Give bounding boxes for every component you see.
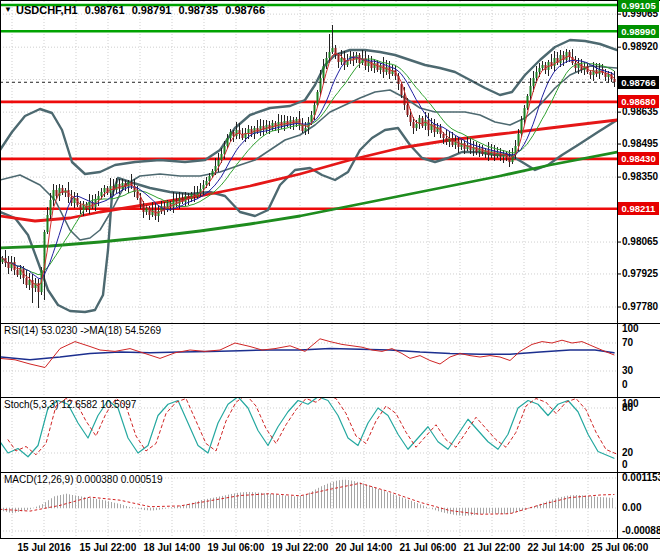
stoch-scale-label: 80 (622, 402, 633, 413)
ohlc-close: 0.98766 (225, 4, 265, 16)
macd-scale-label: 0.00 (622, 502, 641, 513)
bull-candle (179, 198, 181, 204)
bear-candle (410, 115, 412, 122)
bull-candle (212, 171, 214, 176)
rsi-scale-label: 100 (622, 323, 639, 334)
red-level-badge: 0.98680 (618, 95, 659, 108)
bear-candle (413, 122, 415, 128)
bull-candle (101, 192, 103, 196)
bull-candle (203, 185, 205, 189)
bear-candle (338, 55, 340, 62)
bear-candle (26, 278, 28, 285)
symbol-period-label: USDCHF,H1 (16, 4, 78, 16)
bear-candle (371, 61, 373, 68)
bull-candle (167, 203, 169, 210)
bull-candle (236, 130, 238, 136)
time-axis-label[interactable]: 25 Jul 06:00 (592, 542, 649, 553)
bull-candle (29, 280, 31, 285)
price-tick-label: 0.98065 (622, 236, 660, 247)
macd-scale-label: 0.001153 (622, 472, 660, 483)
bull-candle (374, 63, 376, 68)
bear-candle (80, 205, 82, 210)
red-level-badge: 0.98430 (618, 152, 659, 165)
bear-candle (476, 147, 478, 152)
bear-candle (422, 118, 424, 126)
stoch-indicator-label: Stoch(5,3,3) 12.6582 10.5097 (4, 399, 136, 410)
bull-candle (116, 184, 118, 190)
rsi-indicator-label: RSI(14) 53.0230 ->MA(18) 54.5269 (4, 325, 161, 336)
bull-candle (416, 124, 418, 128)
bull-candle (536, 72, 538, 78)
current-price-badge: 0.98766 (618, 76, 659, 89)
time-axis-label[interactable]: 18 Jul 14:00 (144, 542, 201, 553)
bull-candle (206, 181, 208, 185)
price-tick-label: 0.98920 (622, 41, 660, 52)
bear-candle (446, 138, 448, 142)
bull-candle (227, 138, 229, 146)
ohlc-low: 0.98735 (178, 4, 218, 16)
time-axis-label[interactable]: 22 Jul 14:00 (528, 542, 585, 553)
bull-candle (530, 86, 532, 96)
bull-candle (47, 215, 49, 232)
bear-candle (56, 190, 58, 196)
bull-candle (527, 96, 529, 108)
bear-candle (377, 63, 379, 70)
bear-candle (464, 143, 466, 149)
rsi-scale-label: 0 (622, 379, 628, 390)
bull-candle (566, 52, 568, 60)
macd-indicator-label: MACD(12,26,9) 0.000380 0.000519 (4, 474, 162, 485)
bull-candle (326, 58, 328, 66)
bear-candle (434, 124, 436, 132)
bull-candle (521, 120, 523, 134)
ohlc-open: 0.98761 (85, 4, 125, 16)
bull-candle (560, 55, 562, 63)
bear-candle (614, 79, 616, 82)
bear-candle (509, 158, 511, 162)
bear-candle (233, 132, 235, 136)
bear-candle (458, 141, 460, 147)
bear-candle (8, 263, 10, 268)
bear-candle (383, 65, 385, 72)
bull-candle (305, 128, 307, 131)
rsi-scale-label: 70 (622, 337, 633, 348)
price-tick-label: 0.97780 (622, 301, 660, 312)
price-tick-label: 0.98495 (622, 138, 660, 149)
red-level-badge: 0.98211 (618, 202, 659, 215)
green-level-badge: 0.98990 (618, 25, 659, 38)
time-axis-label[interactable]: 21 Jul 06:00 (400, 542, 457, 553)
bull-candle (380, 65, 382, 70)
bear-candle (302, 125, 304, 131)
time-axis-label[interactable]: 19 Jul 06:00 (208, 542, 265, 553)
bear-candle (404, 95, 406, 105)
symbol-dropdown-arrow-icon[interactable]: ▼ (4, 6, 12, 14)
bear-candle (428, 120, 430, 130)
bull-candle (524, 108, 526, 120)
bear-candle (143, 205, 145, 212)
bull-candle (539, 68, 541, 72)
bull-candle (53, 190, 55, 200)
bear-candle (443, 134, 445, 138)
bull-candle (230, 132, 232, 138)
bull-candle (146, 208, 148, 212)
macd-scale-label: -0.000887 (622, 525, 660, 536)
time-axis-label[interactable]: 21 Jul 22:00 (464, 542, 521, 553)
bull-candle (50, 200, 52, 215)
bear-candle (32, 280, 34, 288)
bull-candle (341, 58, 343, 62)
bear-candle (125, 183, 127, 187)
bull-candle (215, 166, 217, 171)
bull-candle (260, 126, 262, 132)
bull-candle (554, 58, 556, 66)
bear-candle (590, 72, 592, 75)
time-axis-label[interactable]: 19 Jul 22:00 (272, 542, 329, 553)
time-axis-label[interactable]: 20 Jul 14:00 (336, 542, 393, 553)
rsi-scale-label: 30 (622, 365, 633, 376)
stoch-scale-label: 20 (622, 447, 633, 458)
bull-candle (542, 65, 544, 68)
time-axis-label[interactable]: 15 Jul 2016 (18, 542, 71, 553)
time-axis-label[interactable]: 15 Jul 22:00 (80, 542, 137, 553)
bear-candle (407, 105, 409, 115)
stoch-scale-label: 0 (622, 459, 628, 470)
green-level-badge: 0.99105 (618, 0, 659, 12)
bull-candle (329, 52, 331, 58)
